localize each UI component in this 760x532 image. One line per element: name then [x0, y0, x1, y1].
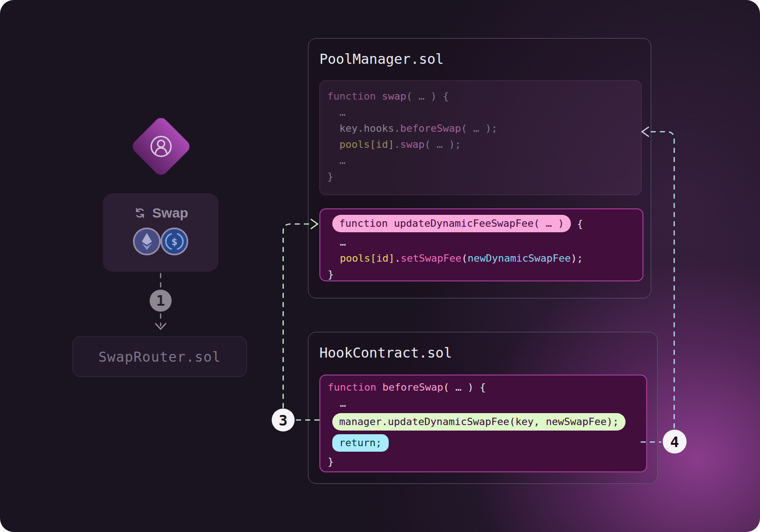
code-line: } — [328, 266, 643, 282]
highlight-pill-cyan: return; — [332, 434, 389, 452]
code-token: ( … ); — [425, 139, 461, 150]
code-token: … — [327, 106, 346, 118]
step-3-number: 3 — [279, 412, 287, 429]
code-line: } — [328, 454, 646, 470]
step-1-badge: 1 — [150, 290, 172, 312]
code-line: key.hooks.beforeSwap( … ); — [327, 120, 641, 136]
code-line: … — [328, 395, 646, 411]
flow-path-1 — [156, 274, 166, 329]
code-token: { — [571, 218, 583, 230]
swap-function-block: function swap( … ) { … key.hooks.beforeS… — [319, 80, 642, 195]
code-token: function — [328, 381, 382, 393]
code-token: … — [328, 398, 346, 409]
code-token — [327, 123, 340, 134]
code-token: } — [328, 269, 334, 280]
code-token: pools[id] — [340, 252, 395, 264]
code-line: manager.updateDynamicSwapFee(key, newSwa… — [328, 411, 646, 432]
token-pair: $ — [103, 227, 218, 256]
code-token: … — [327, 155, 346, 166]
code-token: swap — [382, 90, 406, 102]
code-line: … — [327, 152, 641, 168]
code-token: . — [394, 139, 400, 150]
user-avatar-diamond — [129, 115, 193, 179]
step-1-number: 1 — [156, 292, 165, 309]
code-token: } — [328, 456, 334, 467]
code-token: ); — [571, 252, 583, 264]
code-token: function — [327, 90, 382, 102]
code-line: return; — [328, 432, 646, 454]
user-avatar-inner — [148, 134, 174, 159]
code-token: . — [395, 252, 401, 264]
swap-router-box: SwapRouter.sol — [73, 336, 247, 377]
hook-contract-panel: HookContract.sol function beforeSwap( … … — [308, 332, 658, 484]
code-token: newDynamicSwapFee — [468, 252, 571, 264]
code-line: … — [328, 234, 643, 250]
code-token: beforeSwap — [400, 123, 461, 134]
code-token: ( — [461, 252, 467, 264]
step-4-number: 4 — [670, 433, 679, 451]
pool-manager-panel: PoolManager.sol function swap( … ) { … k… — [308, 38, 651, 298]
highlight-pill-pink: function updateDynamicFeeSwapFee( … ) — [332, 215, 571, 232]
code-token: pools[id] — [340, 139, 394, 150]
swap-router-label: SwapRouter.sol — [99, 349, 221, 365]
code-line: function updateDynamicFeeSwapFee( … ) { — [328, 213, 643, 234]
update-fee-function-block: function updateDynamicFeeSwapFee( … ) { … — [319, 208, 643, 281]
swap-card: Swap $ — [103, 193, 218, 272]
code-token: beforeSwap — [382, 381, 443, 393]
swap-arrows-icon — [133, 206, 147, 220]
highlight-pill-green: manager.updateDynamicSwapFee(key, newSwa… — [332, 413, 626, 431]
hook-contract-title: HookContract.sol — [308, 332, 657, 361]
code-line: } — [327, 168, 641, 185]
code-token: key.hooks. — [340, 123, 400, 134]
code-line: function beforeSwap( … ) { — [328, 379, 646, 395]
code-token: setSwapFee — [401, 252, 461, 264]
svg-text:$: $ — [171, 236, 177, 247]
diagram-canvas: Swap $ SwapRouter.sol PoolManager.sol fu… — [0, 0, 760, 532]
code-line: pools[id].setSwapFee(newDynamicSwapFee); — [328, 250, 643, 266]
eth-coin-icon — [133, 227, 161, 256]
code-token: ( … ) { — [443, 381, 486, 393]
code-line: pools[id].swap( … ); — [327, 136, 641, 152]
before-swap-function-block: function beforeSwap( … ) { …manager.upda… — [319, 375, 647, 472]
code-token — [327, 139, 340, 150]
step-3-badge: 3 — [272, 409, 295, 431]
step-4-badge: 4 — [663, 430, 687, 454]
user-icon — [148, 134, 174, 159]
usdc-coin-icon: $ — [160, 227, 189, 256]
code-token: ( … ) { — [406, 90, 449, 102]
code-token: swap — [400, 139, 425, 150]
swap-card-label: Swap — [152, 205, 188, 221]
pool-manager-title: PoolManager.sol — [308, 39, 651, 67]
code-token: ( … ); — [461, 123, 497, 134]
code-line: … — [327, 104, 641, 120]
code-token: } — [327, 171, 333, 182]
code-token: … — [328, 236, 346, 248]
code-token — [328, 252, 340, 264]
swap-card-header: Swap — [103, 205, 218, 221]
code-line: function swap( … ) { — [327, 88, 641, 104]
